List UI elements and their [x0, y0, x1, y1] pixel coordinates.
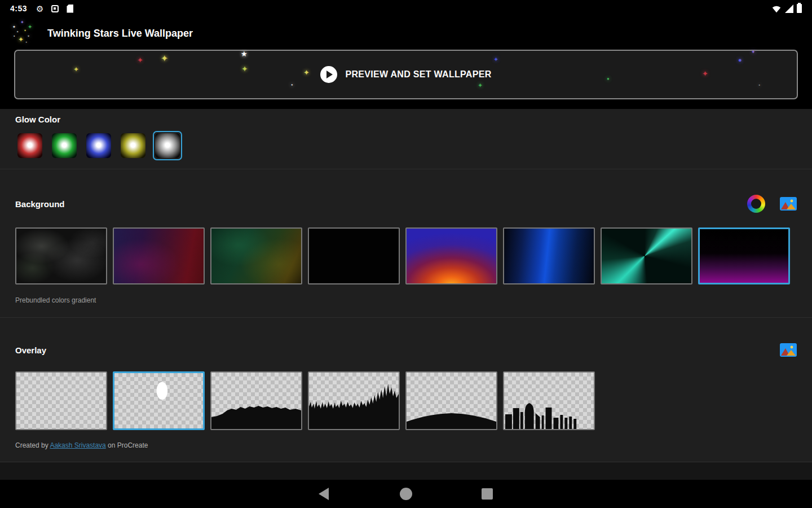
app-logo-stars-icon: ✦✦✦✦✦✦✦●● — [11, 20, 37, 46]
gallery-icon[interactable] — [780, 197, 797, 211]
star-sparkle: ● — [738, 57, 742, 63]
background-header: Background — [15, 195, 797, 213]
status-right-icons — [771, 4, 802, 13]
glow-color-swatch-red[interactable] — [15, 131, 45, 160]
overlay-thumb-none[interactable] — [15, 371, 107, 430]
battery-icon — [797, 4, 802, 13]
credit-suffix: on ProCreate — [106, 441, 148, 449]
background-thumb-teal-conic[interactable] — [601, 227, 692, 284]
screenshot-icon — [51, 5, 59, 12]
overlay-thumb-forest-grass[interactable] — [308, 371, 400, 430]
overlay-header-icons — [780, 343, 797, 357]
overlay-thumb-hill-dome[interactable] — [405, 371, 497, 430]
star-sparkle: ✦ — [12, 25, 16, 29]
background-section: Background Prebundled colors gradient — [0, 169, 812, 317]
glow-swatch-preview — [86, 133, 111, 158]
settings-icon: ⚙ — [36, 5, 43, 13]
preview-button-label: PREVIEW AND SET WALLPAPER — [345, 69, 491, 80]
star-sparkle: ✦ — [28, 24, 32, 30]
overlay-header: Overlay — [15, 343, 797, 357]
wifi-icon — [771, 4, 782, 13]
overlay-title: Overlay — [15, 345, 46, 355]
star-sparkle: ✦ — [73, 66, 79, 73]
glow-color-swatch-green[interactable] — [50, 131, 79, 160]
app-header: ✦✦✦✦✦✦✦●● Twinking Stars Live Wallpaper — [0, 17, 812, 50]
recents-icon[interactable] — [482, 488, 493, 500]
preview-set-wallpaper-button[interactable]: PREVIEW AND SET WALLPAPER — [320, 66, 491, 83]
background-thumb-orange-blue-sunrise[interactable] — [405, 227, 497, 284]
star-sparkle: ✦ — [478, 82, 483, 89]
gallery-icon[interactable] — [780, 343, 797, 357]
glow-color-swatch-blue[interactable] — [84, 131, 113, 160]
color-wheel-icon[interactable] — [747, 195, 765, 213]
star-sparkle: ✦ — [24, 29, 27, 32]
content: Glow Color Background Prebundled colors … — [0, 109, 812, 480]
star-sparkle: ✦ — [241, 65, 248, 73]
clock: 4:53 — [10, 4, 27, 13]
background-caption: Prebundled colors gradient — [15, 296, 797, 317]
star-sparkle: ★ — [241, 50, 248, 58]
cell-signal-icon — [785, 5, 793, 13]
app-title: Twinking Stars Live Wallpaper — [47, 28, 193, 40]
star-sparkle: ✦ — [137, 56, 143, 64]
preview-banner[interactable]: ✦✦✦★✦✦●✦✦●✦●✦● PREVIEW AND SET WALLPAPER — [14, 50, 798, 99]
background-thumbnail-row — [15, 227, 797, 284]
glow-swatch-preview — [155, 133, 180, 158]
home-icon[interactable] — [400, 488, 412, 500]
credit-author-link[interactable]: Aakash Srivastava — [50, 441, 105, 449]
screen: 4:53 ⚙ ✦✦✦✦✦✦✦●● Twinking Stars Live Wal… — [0, 0, 812, 508]
glow-color-title: Glow Color — [15, 115, 797, 124]
status-bar: 4:53 ⚙ — [0, 0, 812, 17]
status-left-icons: ⚙ — [36, 5, 73, 13]
overlay-thumb-city-skyline[interactable] — [503, 371, 595, 430]
star-sparkle: ● — [25, 41, 27, 43]
star-sparkle: ● — [14, 35, 15, 37]
star-sparkle: ✦ — [20, 20, 24, 25]
star-sparkle: ● — [291, 83, 293, 86]
background-thumb-gray-nebula[interactable] — [15, 227, 107, 284]
background-thumb-metallic-blue[interactable] — [503, 227, 595, 284]
star-sparkle: ✦ — [161, 54, 168, 63]
glow-swatch-preview — [121, 133, 145, 158]
overlay-credit: Created by Aakash Srivastava on ProCreat… — [15, 441, 797, 462]
glow-color-swatch-white[interactable] — [153, 131, 182, 160]
footer-band — [0, 462, 812, 480]
background-header-icons — [747, 195, 797, 213]
overlay-section: Overlay Created by Aakash Srivastava on … — [0, 318, 812, 462]
star-sparkle: ✦ — [27, 34, 30, 38]
star-sparkle: ✦ — [16, 30, 19, 33]
background-title: Background — [15, 199, 65, 209]
credit-prefix: Created by — [15, 441, 50, 449]
sdcard-icon — [67, 5, 73, 13]
background-thumb-black-purple[interactable] — [698, 227, 790, 284]
navigation-bar — [0, 480, 812, 508]
star-sparkle: ● — [607, 77, 610, 81]
glow-color-section: Glow Color — [0, 109, 812, 169]
glow-swatch-row — [15, 131, 797, 169]
glow-swatch-preview — [52, 133, 77, 158]
star-sparkle: ✦ — [751, 50, 756, 55]
overlay-thumb-mountains[interactable] — [210, 371, 302, 430]
star-sparkle: ✦ — [18, 36, 24, 43]
star-sparkle: ✦ — [493, 56, 498, 63]
overlay-thumb-moon[interactable] — [113, 371, 205, 430]
back-icon[interactable] — [319, 488, 329, 500]
play-icon — [320, 66, 337, 83]
overlay-thumbnail-row — [15, 371, 797, 430]
background-thumb-green-olive-nebula[interactable] — [210, 227, 302, 284]
background-thumb-purple-red-nebula[interactable] — [113, 227, 205, 284]
transparency-checkerboard — [16, 373, 106, 429]
background-thumb-black[interactable] — [308, 227, 400, 284]
star-sparkle: ● — [758, 84, 760, 86]
star-sparkle: ✦ — [702, 70, 708, 77]
glow-swatch-preview — [17, 133, 42, 158]
star-sparkle: ✦ — [303, 69, 310, 76]
glow-color-swatch-yellow[interactable] — [118, 131, 148, 160]
